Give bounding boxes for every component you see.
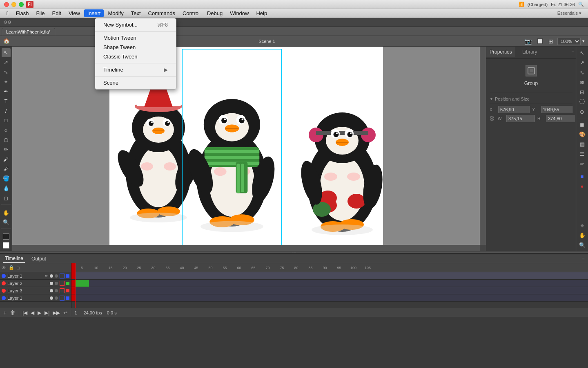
layer-visible-dot[interactable] <box>50 296 53 300</box>
layer-row[interactable]: Layer 1 ✏ <box>0 272 71 280</box>
menu-window[interactable]: Window <box>227 9 252 17</box>
zoom-select[interactable]: 100% 50% 200% <box>557 38 581 45</box>
menu-file[interactable]: File <box>33 9 48 17</box>
eyedrop-tool[interactable]: 💧 <box>2 184 11 193</box>
timeline-options[interactable]: ≡ <box>582 256 585 261</box>
layer-name[interactable]: Layer 1 <box>7 274 43 278</box>
menu-scene[interactable]: Scene <box>95 78 176 88</box>
layer-outline-box[interactable] <box>60 281 65 286</box>
layer-name[interactable]: Layer 1 <box>7 296 48 301</box>
text-tool[interactable]: T <box>2 97 11 106</box>
oval-icon2[interactable]: ● <box>578 182 587 191</box>
layer-visible-dot[interactable] <box>50 274 53 278</box>
frame-empty[interactable] <box>75 287 588 294</box>
ink-tool[interactable]: 🖋 <box>2 164 11 173</box>
snap-magnet[interactable]: ⎆ <box>578 221 587 230</box>
search-icon[interactable]: 🔍 <box>578 2 584 7</box>
close-button[interactable] <box>4 2 9 7</box>
menu-help[interactable]: Help <box>253 9 270 17</box>
y-input[interactable] <box>541 106 573 113</box>
layer-outline-box[interactable] <box>60 274 65 278</box>
bucket-tool[interactable]: 🪣 <box>2 174 11 183</box>
color-icon[interactable]: ◼ <box>578 120 587 129</box>
fill-color[interactable] <box>3 242 9 249</box>
gradient-icon[interactable]: ▦ <box>578 139 587 148</box>
frames-row-3[interactable] <box>71 287 588 294</box>
frames-row-4[interactable] <box>71 294 588 302</box>
menu-new-symbol[interactable]: New Symbol... ⌘F8 <box>95 20 176 29</box>
poly-tool[interactable]: ⬡ <box>2 135 11 144</box>
layer-lock-dot[interactable] <box>55 289 58 292</box>
file-tab[interactable]: LearnWithPhoenix.fla* <box>2 28 55 36</box>
menu-apple[interactable]:  <box>3 9 12 17</box>
zoom-tool-btn[interactable]: 🔍 <box>2 218 11 227</box>
zoom-control[interactable]: 100% 50% 200% ▾ <box>557 38 585 45</box>
hand-icon2[interactable]: ✋ <box>578 231 587 240</box>
pen-tool[interactable]: ✒ <box>2 87 11 96</box>
w-input[interactable] <box>506 115 535 122</box>
frames-row-1[interactable] <box>71 272 588 280</box>
layer-lock-dot[interactable] <box>55 282 58 285</box>
menu-insert[interactable]: Insert <box>84 9 104 17</box>
minimize-button[interactable] <box>11 2 16 7</box>
menu-control[interactable]: Control <box>179 9 203 17</box>
menu-commands[interactable]: Commands <box>145 9 178 17</box>
transform-icon[interactable]: ⊕ <box>578 107 587 116</box>
stroke-color[interactable] <box>3 233 9 240</box>
pencil-tool[interactable]: ✏ <box>2 145 11 154</box>
tab-library[interactable]: Library <box>515 47 544 58</box>
fwd-end-btn[interactable]: ▶▶ <box>53 310 60 316</box>
menu-shape-tween[interactable]: Shape Tween <box>95 43 176 52</box>
menu-modify[interactable]: Modify <box>105 9 127 17</box>
step-back-btn[interactable]: ◀ <box>31 310 34 316</box>
align-icon[interactable]: ⊟ <box>578 88 587 96</box>
layer-visible-dot[interactable] <box>50 289 53 292</box>
select-white-tool[interactable]: ↗ <box>578 58 587 67</box>
menu-view[interactable]: View <box>65 9 83 17</box>
frame-empty[interactable] <box>75 294 588 301</box>
tab-properties[interactable]: Properties <box>486 47 515 58</box>
layer-lock-dot[interactable] <box>55 296 58 300</box>
subselect-tool[interactable]: ↗ <box>2 58 11 67</box>
link-icon[interactable]: ⛓ <box>490 116 494 121</box>
maximize-button[interactable] <box>19 2 24 7</box>
step-fwd-btn[interactable]: ▶| <box>45 310 49 316</box>
pencil-icon2[interactable]: ✏ <box>578 159 587 168</box>
menu-motion-tween[interactable]: Motion Tween <box>95 33 176 43</box>
transform-panel-icon[interactable]: ⤡ <box>578 68 587 77</box>
line-tool[interactable]: / <box>2 106 11 115</box>
hand-tool[interactable]: ✋ <box>2 208 11 217</box>
layer-visible-dot[interactable] <box>50 282 53 285</box>
x-input[interactable] <box>498 106 530 113</box>
menu-flash[interactable]: Flash <box>13 9 32 17</box>
layer-row[interactable]: Layer 2 <box>0 280 71 287</box>
oval-tool[interactable]: ○ <box>2 126 11 135</box>
layer-row[interactable]: Layer 1 <box>0 294 71 302</box>
essentials-label[interactable]: Essentials ▾ <box>557 11 581 16</box>
panel-options-icon[interactable]: ≡ <box>570 47 576 58</box>
canvas-area[interactable] <box>12 47 486 251</box>
layer-name[interactable]: Layer 2 <box>7 281 48 286</box>
lasso-tool[interactable]: ⌖ <box>2 77 11 86</box>
menu-timeline[interactable]: Timeline ▶ <box>95 65 176 74</box>
vertical-scrollbar[interactable] <box>480 47 486 245</box>
position-size-title[interactable]: ▼ Position and Size <box>490 95 572 103</box>
horizontal-scrollbar[interactable] <box>12 245 480 251</box>
menu-classic-tween[interactable]: Classic Tween <box>95 52 176 61</box>
tab-timeline[interactable]: Timeline <box>3 255 25 263</box>
layer-outline-box[interactable] <box>60 288 65 293</box>
layer-name[interactable]: Layer 3 <box>7 288 48 293</box>
menu-debug[interactable]: Debug <box>204 9 226 17</box>
filters-icon[interactable]: ≋ <box>578 78 587 87</box>
playhead[interactable] <box>75 263 76 308</box>
layer-row[interactable]: Layer 3 <box>0 287 71 294</box>
grid-icon[interactable]: ⊞ <box>548 37 554 45</box>
rect-tool[interactable]: □ <box>2 116 11 125</box>
h-input[interactable] <box>546 115 575 122</box>
layer-outline-box[interactable] <box>60 296 65 301</box>
rewind-btn[interactable]: |◀ <box>22 310 27 316</box>
swatches-icon[interactable]: 🎨 <box>578 130 587 139</box>
select-tool[interactable]: ↖ <box>2 48 11 57</box>
frames-row-2[interactable] <box>71 280 588 287</box>
info-icon[interactable]: ⓘ <box>578 97 587 106</box>
